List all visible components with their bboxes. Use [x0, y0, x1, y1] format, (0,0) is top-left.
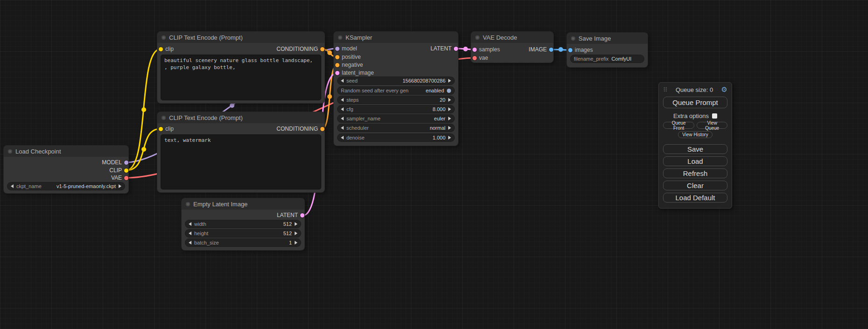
increment-arrow-icon[interactable] — [448, 126, 451, 130]
decrement-arrow-icon[interactable] — [11, 184, 14, 188]
input-slot-clip[interactable]: clip — [159, 125, 174, 133]
port-samples-input[interactable] — [473, 48, 477, 52]
increment-arrow-icon[interactable] — [448, 98, 451, 102]
toggle-dot[interactable] — [447, 89, 451, 93]
graph-canvas[interactable]: Load Checkpoint MODEL CLIP VAE ckpt_name… — [0, 0, 868, 329]
port-positive-input[interactable] — [335, 55, 339, 59]
output-slot-clip[interactable]: CLIP — [109, 167, 128, 174]
widget-batch-size[interactable]: batch_size 1 — [185, 239, 301, 246]
decrement-arrow-icon[interactable] — [341, 79, 344, 83]
port-negative-input[interactable] — [335, 63, 339, 67]
output-slot-latent[interactable]: LATENT — [430, 45, 458, 52]
port-latent-image-input[interactable] — [335, 71, 339, 75]
increment-arrow-icon[interactable] — [119, 184, 121, 188]
input-slot-clip[interactable]: clip — [159, 45, 174, 53]
node-status-dot[interactable] — [571, 36, 575, 41]
node-empty-latent-image[interactable]: Empty Latent Image LATENT width 512 heig… — [182, 198, 304, 250]
increment-arrow-icon[interactable] — [448, 79, 451, 83]
widget-steps[interactable]: steps 20 — [338, 96, 454, 104]
port-conditioning-output[interactable] — [320, 47, 325, 51]
drag-handle-icon[interactable]: ⠿ — [663, 86, 668, 93]
port-vae-input[interactable] — [473, 56, 477, 60]
widget-scheduler[interactable]: scheduler normal — [338, 124, 454, 132]
node-clip-text-encode-negative[interactable]: CLIP Text Encode (Prompt) clip CONDITION… — [157, 112, 325, 192]
save-button[interactable]: Save — [663, 144, 727, 154]
node-titlebar[interactable]: Save Image — [567, 33, 648, 44]
node-save-image[interactable]: Save Image images filename_prefix ComfyU… — [567, 33, 648, 67]
node-titlebar[interactable]: Load Checkpoint — [4, 146, 128, 157]
increment-arrow-icon[interactable] — [448, 117, 451, 120]
port-model-input[interactable] — [335, 47, 339, 51]
input-slot-images[interactable]: images — [568, 46, 593, 54]
node-clip-text-encode-positive[interactable]: CLIP Text Encode (Prompt) clip CONDITION… — [157, 32, 325, 103]
node-status-dot[interactable] — [186, 202, 190, 206]
widget-cfg[interactable]: cfg 8.000 — [338, 105, 454, 113]
decrement-arrow-icon[interactable] — [341, 107, 344, 111]
increment-arrow-icon[interactable] — [448, 136, 451, 140]
widget-height[interactable]: height 512 — [185, 230, 301, 237]
port-clip-input[interactable] — [159, 127, 163, 131]
node-titlebar[interactable]: KSampler — [334, 32, 458, 43]
port-images-input[interactable] — [568, 48, 572, 52]
view-history-button[interactable]: View History — [678, 131, 712, 138]
prompt-textarea[interactable]: beautiful scenery nature glass bottle la… — [161, 55, 321, 100]
decrement-arrow-icon[interactable] — [341, 117, 344, 120]
output-slot-conditioning[interactable]: CONDITIONING — [276, 125, 325, 133]
increment-arrow-icon[interactable] — [448, 107, 451, 111]
widget-random-seed-toggle[interactable]: Random seed after every gen enabled — [338, 87, 454, 94]
widget-width[interactable]: width 512 — [185, 220, 301, 228]
output-slot-conditioning[interactable]: CONDITIONING — [276, 45, 325, 53]
increment-arrow-icon[interactable] — [295, 241, 297, 245]
decrement-arrow-icon[interactable] — [189, 222, 191, 226]
node-titlebar[interactable]: CLIP Text Encode (Prompt) — [157, 112, 325, 123]
extra-options-checkbox[interactable] — [712, 113, 717, 119]
increment-arrow-icon[interactable] — [295, 231, 297, 235]
settings-gear-icon[interactable]: ⚙ — [721, 85, 727, 94]
widget-filename-prefix[interactable]: filename_prefix ComfyUI — [571, 55, 644, 63]
input-slot-vae[interactable]: vae — [473, 54, 488, 62]
input-slot-positive[interactable]: positive — [335, 53, 361, 61]
input-slot-model[interactable]: model — [335, 45, 357, 52]
decrement-arrow-icon[interactable] — [341, 136, 344, 140]
widget-denoise[interactable]: denoise 1.000 — [338, 134, 454, 141]
port-latent-output[interactable] — [454, 47, 458, 51]
node-status-dot[interactable] — [8, 149, 12, 154]
refresh-button[interactable]: Refresh — [663, 168, 727, 178]
increment-arrow-icon[interactable] — [295, 222, 297, 226]
port-conditioning-output[interactable] — [320, 127, 325, 131]
port-model-output[interactable] — [124, 161, 128, 165]
node-status-dot[interactable] — [162, 116, 166, 120]
input-slot-samples[interactable]: samples — [473, 46, 500, 53]
port-image-output[interactable] — [549, 48, 553, 52]
decrement-arrow-icon[interactable] — [341, 126, 344, 130]
input-slot-latent-image[interactable]: latent_image — [335, 69, 374, 77]
decrement-arrow-icon[interactable] — [189, 241, 191, 245]
widget-ckpt-name[interactable]: ckpt_name v1-5-pruned-emaonly.ckpt — [7, 182, 125, 190]
node-titlebar[interactable]: Empty Latent Image — [182, 198, 304, 210]
view-queue-button[interactable]: View Queue — [697, 122, 727, 129]
widget-sampler-name[interactable]: sampler_name euler — [338, 115, 454, 122]
prompt-textarea[interactable]: text, watermark — [161, 135, 321, 189]
load-default-button[interactable]: Load Default — [663, 193, 727, 203]
node-titlebar[interactable]: VAE Decode — [471, 32, 553, 43]
load-button[interactable]: Load — [663, 156, 727, 166]
node-status-dot[interactable] — [338, 35, 342, 40]
node-status-dot[interactable] — [475, 35, 480, 40]
output-slot-image[interactable]: IMAGE — [529, 46, 553, 53]
widget-seed[interactable]: seed 156680208700286 — [338, 77, 454, 84]
node-status-dot[interactable] — [162, 35, 166, 40]
output-slot-vae[interactable]: VAE — [111, 174, 128, 182]
node-titlebar[interactable]: CLIP Text Encode (Prompt) — [157, 32, 325, 43]
decrement-arrow-icon[interactable] — [341, 98, 344, 102]
port-clip-input[interactable] — [159, 47, 163, 51]
queue-front-button[interactable]: Queue Front — [663, 122, 694, 129]
input-slot-negative[interactable]: negative — [335, 61, 363, 69]
node-vae-decode[interactable]: VAE Decode samples IMAGE vae — [471, 32, 553, 63]
port-vae-output[interactable] — [124, 176, 128, 180]
decrement-arrow-icon[interactable] — [189, 231, 191, 235]
node-ksampler[interactable]: KSampler model LATENT positive negative … — [334, 32, 458, 146]
output-slot-model[interactable]: MODEL — [102, 159, 128, 166]
port-clip-output[interactable] — [124, 168, 128, 173]
queue-prompt-button[interactable]: Queue Prompt — [663, 97, 727, 108]
port-latent-output[interactable] — [300, 213, 304, 217]
